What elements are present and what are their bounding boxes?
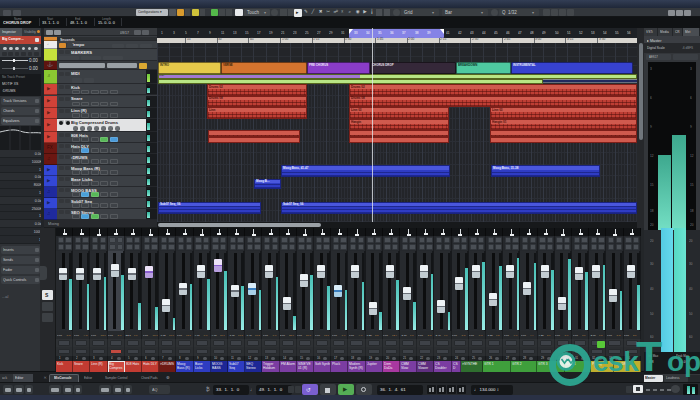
svg-text:T: T <box>636 336 662 380</box>
svg-text:esk: esk <box>593 346 639 377</box>
svg-text:op: op <box>667 346 700 377</box>
